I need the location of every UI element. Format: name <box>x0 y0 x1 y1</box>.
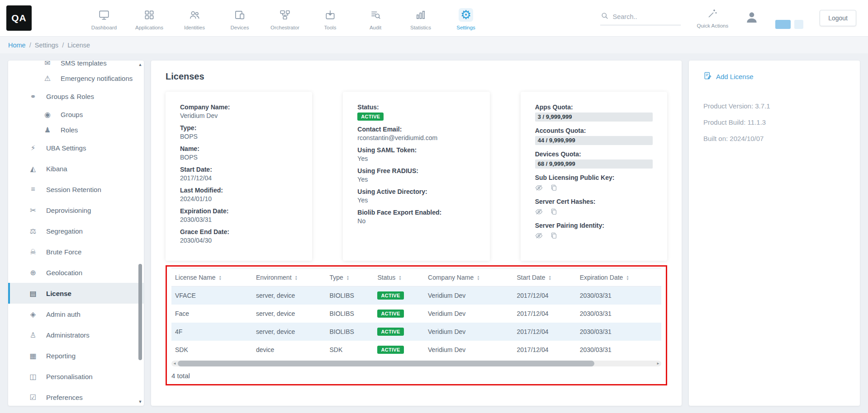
nav-orchestrator[interactable]: Orchestrator <box>262 6 308 30</box>
logout-button[interactable]: Logout <box>820 10 856 26</box>
table-row[interactable]: 4F server, device BIOLIBS ACTIVE Veridiu… <box>171 323 661 341</box>
sidebar-item-personalisation[interactable]: ◫Personalisation <box>8 366 144 387</box>
nav-statistics[interactable]: Statistics <box>398 6 443 30</box>
scroll-right-icon[interactable]: ► <box>656 361 660 366</box>
groups-icon: ◉ <box>43 110 52 119</box>
licenses-table: License Name▲▼ Environment▲▼ Type▲▼ Stat… <box>171 268 661 359</box>
field-value: Yes <box>357 176 475 183</box>
nav-label: Devices <box>231 25 249 30</box>
status-badge: ACTIVE <box>377 291 403 300</box>
blue-swatch <box>775 20 791 29</box>
sidebar-item-geolocation[interactable]: ⊕Geolocation <box>8 262 144 283</box>
search-input[interactable] <box>613 13 681 20</box>
sidebar-item-preferences[interactable]: ☑Preferences <box>8 387 144 406</box>
eye-off-icon[interactable] <box>535 232 543 241</box>
table-row[interactable]: VFACE server, device BIOLIBS ACTIVE Veri… <box>171 286 661 305</box>
sidebar-item-roles[interactable]: ♟Roles <box>8 122 144 137</box>
nav-devices[interactable]: Devices <box>217 6 262 30</box>
field-value: BOPS <box>180 133 298 140</box>
page-title: Licenses <box>166 71 667 82</box>
field-label: Grace End Date: <box>180 228 298 235</box>
status-badge: ACTIVE <box>357 113 384 121</box>
sidebar-item-reporting[interactable]: ▦Reporting <box>8 345 144 366</box>
column-start-date[interactable]: Start Date▲▼ <box>513 269 576 286</box>
segregation-icon: ⚖ <box>28 227 38 235</box>
sidebar-item-license[interactable]: ▤License <box>8 283 144 304</box>
deprovisioning-icon: ✂ <box>28 206 38 215</box>
sidebar-item-deprovisioning[interactable]: ✂Deprovisioning <box>8 200 144 221</box>
scroll-down-icon[interactable]: ▼ <box>137 399 144 404</box>
nav-applications[interactable]: Applications <box>127 6 172 30</box>
sort-icon[interactable]: ▲▼ <box>549 275 551 281</box>
breadcrumb-separator: / <box>29 42 31 49</box>
admin-auth-icon: ◈ <box>28 310 38 319</box>
sort-icon[interactable]: ▲▼ <box>626 275 629 281</box>
copy-icon[interactable] <box>550 184 558 193</box>
column-type[interactable]: Type▲▼ <box>326 269 374 286</box>
nav-dashboard[interactable]: Dashboard <box>81 6 127 30</box>
uba-settings-icon: ⚡ <box>28 144 38 152</box>
sort-icon[interactable]: ▲▼ <box>346 275 349 281</box>
status-badge: ACTIVE <box>377 328 403 336</box>
orchestrator-icon <box>279 8 291 22</box>
sidebar-item-uba-settings[interactable]: ⚡UBA Settings <box>8 137 144 158</box>
field-label: Company Name: <box>180 103 298 111</box>
table-scroll-thumb[interactable] <box>178 361 594 366</box>
copy-icon[interactable] <box>550 208 558 217</box>
license-quota-card: Apps Quota:3 / 9,999,999 Accounts Quota:… <box>521 92 667 261</box>
breadcrumb: Home / Settings / License <box>0 36 868 53</box>
nav-tools[interactable]: Tools <box>308 6 353 30</box>
personalisation-icon: ◫ <box>28 372 38 381</box>
sidebar-item-sms-templates[interactable]: ✉SMS templates <box>8 61 144 70</box>
breadcrumb-home[interactable]: Home <box>8 42 26 49</box>
sidebar-item-segregation[interactable]: ⚖Segregation <box>8 221 144 241</box>
license-status-card: Status: ACTIVE Contact Email:rconstantin… <box>343 92 489 261</box>
column-environment[interactable]: Environment▲▼ <box>252 269 326 286</box>
nav-label: Audit <box>370 25 381 30</box>
table-row[interactable]: SDK device SDK ACTIVE Veridium Dev 2017/… <box>171 341 661 359</box>
nav-identities[interactable]: Identities <box>172 6 217 30</box>
copy-icon[interactable] <box>550 232 558 241</box>
scroll-up-icon[interactable]: ▲ <box>137 62 144 67</box>
sort-icon[interactable]: ▲▼ <box>398 275 401 281</box>
sort-icon[interactable]: ▲▼ <box>295 275 298 281</box>
column-license-name[interactable]: License Name▲▼ <box>171 269 252 286</box>
column-expiration-date[interactable]: Expiration Date▲▼ <box>576 269 661 286</box>
table-horizontal-scrollbar[interactable]: ◄ ► <box>171 361 661 366</box>
sidebar-scrollbar[interactable]: ▲ ▼ <box>137 61 144 406</box>
sidebar-item-admin-auth[interactable]: ◈Admin auth <box>8 304 144 324</box>
sidebar-item-brute-force[interactable]: ☠Brute Force <box>8 241 144 262</box>
sort-icon[interactable]: ▲▼ <box>219 275 222 281</box>
sidebar-item-kibana[interactable]: ◭Kibana <box>8 158 144 179</box>
field-value: 2024/01/10 <box>180 195 298 202</box>
key-label: Server Pairing Identity: <box>535 222 653 229</box>
sidebar-item-groups[interactable]: ◉Groups <box>8 107 144 122</box>
pale-swatch <box>794 20 803 29</box>
breadcrumb-settings[interactable]: Settings <box>35 42 58 49</box>
nav-settings[interactable]: ⚙ Settings <box>443 6 489 30</box>
license-details-card: Company Name:Veridium Dev Type:BOPS Name… <box>166 92 312 261</box>
quick-actions-button[interactable]: Quick Actions <box>697 8 729 28</box>
nav-audit[interactable]: Audit <box>353 6 398 30</box>
sidebar-item-groups-roles[interactable]: ⚭Groups & Roles <box>8 86 144 107</box>
devices-quota-bar: 68 / 9,999,999 <box>535 160 653 169</box>
sidebar-item-emergency-notifications[interactable]: ⚠Emergency notifications <box>8 70 144 86</box>
field-value: Veridium Dev <box>180 112 298 119</box>
column-company-name[interactable]: Company Name▲▼ <box>424 269 513 286</box>
table-row[interactable]: Face server, device BIOLIBS ACTIVE Verid… <box>171 305 661 323</box>
user-avatar-icon[interactable] <box>745 10 759 26</box>
sidebar-item-session-retention[interactable]: ≡Session Retention <box>8 179 144 200</box>
identities-icon <box>189 8 200 22</box>
field-label: Biolib Face Export Enabled: <box>357 209 475 216</box>
sidebar-item-administrators[interactable]: ♙Administrators <box>8 324 144 345</box>
sidebar-scroll-thumb[interactable] <box>138 264 142 360</box>
field-value: 2030/03/31 <box>180 216 298 223</box>
sort-icon[interactable]: ▲▼ <box>477 275 479 281</box>
scroll-left-icon[interactable]: ◄ <box>173 361 176 366</box>
column-status[interactable]: Status▲▼ <box>374 269 424 286</box>
add-license-button[interactable]: Add License <box>703 71 845 81</box>
eye-off-icon[interactable] <box>535 184 543 193</box>
eye-off-icon[interactable] <box>535 208 543 217</box>
color-indicators <box>775 20 803 29</box>
server-pairing-identity-block: Server Pairing Identity: <box>535 222 653 241</box>
